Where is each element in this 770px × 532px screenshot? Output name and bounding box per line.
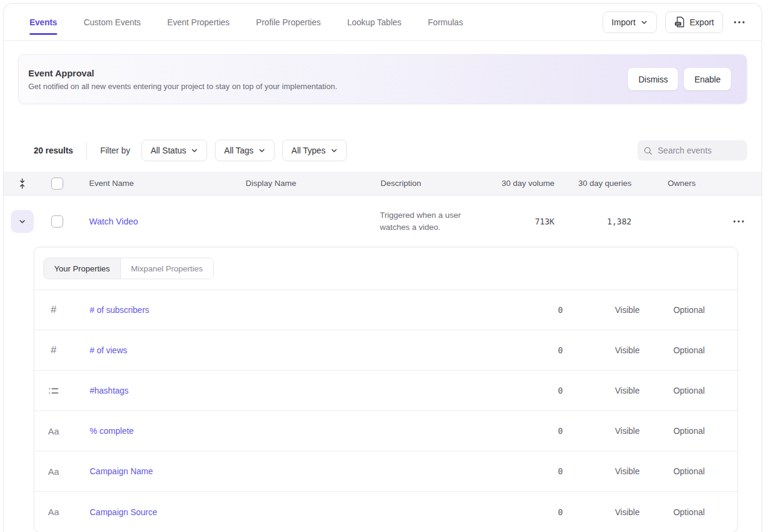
banner-actions: Dismiss Enable [628,68,731,90]
more-dots-icon [734,21,745,23]
more-actions-button[interactable] [731,11,747,33]
row-checkbox[interactable] [51,215,63,227]
property-visibility: Visible [615,386,640,395]
tab-lookup-tables[interactable]: Lookup Tables [347,4,402,40]
export-label: Export [690,17,714,27]
tab-mixpanel-properties[interactable]: Mixpanel Properties [121,258,213,279]
dismiss-button[interactable]: Dismiss [628,68,678,90]
event-description: Triggered when a user watches a video. [365,209,476,234]
chevron-down-icon [641,19,648,26]
banner-title: Event Approval [28,68,337,78]
collapse-row-button[interactable] [11,210,34,233]
tabbar-actions: Import csv Export [603,11,747,33]
more-dots-icon [733,220,744,223]
property-row: Aa Campaign Name 0 Visible Optional [34,451,737,492]
event-30-day-queries: 1,382 [607,217,632,226]
tab-custom-events[interactable]: Custom Events [84,4,141,40]
text-type-icon: Aa [48,507,59,517]
search-box [638,140,747,161]
property-requirement: Optional [673,305,704,315]
lexicon-page: Events Custom Events Event Properties Pr… [3,3,762,532]
col-display-name: Display Name [230,179,365,188]
col-30-day-volume: 30 day volume [501,179,554,188]
status-filter-label: All Status [151,146,186,155]
col-description: Description [365,179,491,188]
chevron-down-icon [191,147,198,154]
status-filter-dropdown[interactable]: All Status [141,140,207,161]
tags-filter-label: All Tags [224,146,253,155]
list-type-icon [49,387,58,395]
banner-description: Get notified on all new events entering … [28,82,337,91]
text-type-icon: Aa [48,466,59,477]
tab-event-properties[interactable]: Event Properties [167,4,230,40]
property-row: Aa Campaign Source 0 Visible Optional [34,492,737,532]
search-input[interactable] [658,146,741,155]
property-requirement: Optional [673,386,704,395]
property-volume: 0 [558,305,596,315]
events-table-header: Event Name Display Name Description 30 d… [4,172,762,196]
banner-text: Event Approval Get notified on all new e… [28,68,337,91]
export-button[interactable]: csv Export [665,11,723,33]
import-label: Import [612,17,636,27]
search-icon [644,146,653,156]
chevron-down-icon [258,147,265,154]
property-requirement: Optional [673,466,704,476]
property-requirement: Optional [673,426,704,436]
types-filter-dropdown[interactable]: All Types [282,140,347,161]
property-requirement: Optional [673,507,704,517]
property-row: #hashtags 0 Visible Optional [34,371,737,411]
col-owners: Owners [632,179,716,188]
select-all-checkbox[interactable] [51,178,63,190]
event-approval-banner: Event Approval Get notified on all new e… [18,54,747,104]
property-name-link[interactable]: # of views [73,345,503,355]
property-row: Aa % complete 0 Visible Optional [34,411,737,451]
number-type-icon: # [51,344,56,356]
chevron-down-icon [18,217,26,226]
property-volume: 0 [558,426,596,436]
tab-profile-properties[interactable]: Profile Properties [256,4,320,40]
property-visibility: Visible [615,426,640,436]
chevron-down-icon [331,147,338,154]
property-volume: 0 [558,507,596,517]
tab-events[interactable]: Events [29,4,57,40]
table-row-watch-video: Watch Video Triggered when a user watche… [4,196,762,247]
property-row: # # of views 0 Visible Optional [34,330,737,371]
property-visibility: Visible [615,345,640,355]
enable-button[interactable]: Enable [684,68,731,90]
row-more-actions-button[interactable] [731,211,747,232]
collapse-all-icon [18,178,26,189]
property-name-link[interactable]: % complete [73,426,503,436]
properties-tabs-area: Your Properties Mixpanel Properties [34,247,737,290]
top-tab-bar: Events Custom Events Event Properties Pr… [4,4,762,41]
tab-formulas[interactable]: Formulas [428,4,463,40]
property-name-link[interactable]: #hashtags [73,386,503,395]
property-visibility: Visible [615,305,640,315]
tags-filter-dropdown[interactable]: All Tags [215,140,275,161]
svg-text:csv: csv [675,22,680,25]
property-visibility: Visible [615,466,640,476]
property-requirement: Optional [673,345,704,355]
properties-tab-switcher: Your Properties Mixpanel Properties [43,258,214,279]
property-volume: 0 [558,466,596,476]
divider [86,142,87,159]
col-30-day-queries: 30 day queries [578,179,632,188]
import-button[interactable]: Import [603,11,657,33]
tab-your-properties[interactable]: Your Properties [44,258,121,279]
filter-toolbar: 20 results Filter by All Status All Tags… [4,140,762,161]
types-filter-label: All Types [291,146,326,155]
filter-by-label: Filter by [100,146,130,155]
text-type-icon: Aa [48,426,59,436]
collapse-all-button[interactable] [16,173,29,194]
event-30-day-volume: 713K [535,217,554,226]
property-volume: 0 [558,386,596,395]
event-name-link[interactable]: Watch Video [73,217,230,226]
property-row: # # of subscribers 0 Visible Optional [34,290,737,330]
property-name-link[interactable]: # of subscribers [73,305,503,315]
property-name-link[interactable]: Campaign Source [73,507,503,517]
event-properties-panel: Your Properties Mixpanel Properties # # … [34,247,738,532]
csv-file-icon: csv [674,16,685,28]
number-type-icon: # [51,304,56,316]
col-event-name: Event Name [73,179,230,188]
property-visibility: Visible [615,507,640,517]
property-name-link[interactable]: Campaign Name [73,466,503,476]
